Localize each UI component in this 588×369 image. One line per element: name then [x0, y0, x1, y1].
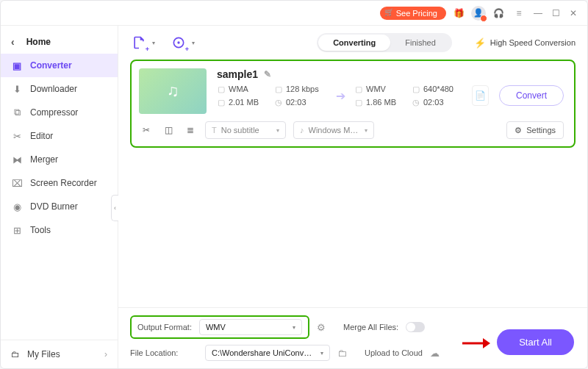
status-tabs: Converting Finished	[317, 33, 452, 52]
nav-label: Merger	[30, 154, 58, 165]
nav-label: Converter	[30, 60, 72, 71]
clock-icon: ◷	[274, 98, 283, 107]
app-window: See Pricing 🎁 👤 🎧 ≡ — ☐ ✕ Home ▣ Convert…	[0, 0, 588, 369]
output-settings-icon[interactable]: ⚙	[317, 322, 326, 333]
add-file-chevron[interactable]: ▾	[152, 40, 155, 46]
add-url-chevron[interactable]: ▾	[192, 40, 195, 46]
src-duration: 02:03	[286, 98, 306, 107]
more-icon[interactable]: ≣	[183, 123, 198, 137]
bolt-icon: ⚡	[474, 37, 486, 49]
plus-badge-icon: +	[146, 46, 149, 53]
subtitle-icon: T	[212, 126, 217, 135]
subtitle-value: No subtitle	[221, 126, 272, 135]
nav-merger[interactable]: ⧓ Merger	[1, 148, 118, 171]
file-settings-icon[interactable]: 📄	[472, 85, 489, 106]
file-location-value: C:\Wondershare UniConverter 1	[212, 348, 316, 357]
rename-icon[interactable]: ✎	[264, 69, 271, 79]
crop-icon[interactable]: ◫	[161, 123, 176, 137]
nav-label: Compressor	[30, 107, 78, 118]
chevron-right-icon: ›	[104, 349, 107, 359]
maximize-button[interactable]: ☐	[549, 8, 562, 18]
add-file-button[interactable]: +	[130, 34, 148, 51]
open-folder-icon[interactable]: 🗀	[337, 348, 347, 359]
settings-button[interactable]: ⚙ Settings	[506, 121, 564, 139]
see-pricing-button[interactable]: See Pricing	[380, 7, 446, 20]
chevron-down-icon: ▾	[365, 127, 368, 134]
size-icon: ▢	[217, 98, 226, 107]
annotation-arrow	[461, 337, 490, 352]
nav-label: Tools	[30, 225, 51, 235]
hsc-label: High Speed Conversion	[490, 38, 576, 47]
output-format-dropdown[interactable]: WMV ▾	[199, 319, 302, 335]
file-list: ♫ sample1 ✎ ▢WMA ▢2.01 MB	[118, 60, 587, 307]
nav-editor[interactable]: ✂ Editor	[1, 124, 118, 148]
merge-toggle[interactable]	[406, 322, 425, 332]
app-body: Home ▣ Converter ⬇ Downloader ⧉ Compress…	[1, 26, 587, 368]
file-info-row: ♫ sample1 ✎ ▢WMA ▢2.01 MB	[139, 68, 564, 114]
chevron-down-icon: ▾	[276, 127, 279, 134]
nav-screen-recorder[interactable]: ⌧ Screen Recorder	[1, 171, 118, 195]
tab-converting[interactable]: Converting	[318, 35, 390, 51]
audio-track-dropdown[interactable]: ♪ Windows Med... ▾	[293, 121, 374, 139]
file-location-dropdown[interactable]: C:\Wondershare UniConverter 1 ▾	[205, 345, 330, 361]
nav-converter[interactable]: ▣ Converter	[1, 54, 118, 77]
file-name: sample1	[217, 68, 258, 80]
output-format-box: Output Format: WMV ▾	[130, 315, 309, 339]
subtitle-dropdown[interactable]: T No subtitle ▾	[205, 121, 286, 139]
close-button[interactable]: ✕	[567, 8, 580, 18]
file-plus-icon	[132, 35, 146, 50]
chevron-down-icon: ▾	[320, 350, 323, 357]
tab-finished[interactable]: Finished	[390, 35, 451, 51]
titlebar: See Pricing 🎁 👤 🎧 ≡ — ☐ ✕	[1, 1, 587, 26]
footer: Output Format: WMV ▾ ⚙ Merge All Files: …	[118, 307, 587, 368]
sidebar-collapse-toggle[interactable]: ‹	[111, 195, 118, 221]
cloud-icon[interactable]: ☁	[430, 348, 440, 359]
dst-resolution: 640*480	[423, 85, 453, 93]
file-thumbnail[interactable]: ♫	[139, 68, 207, 114]
format-icon: ▢	[354, 85, 363, 93]
downloader-icon: ⬇	[11, 83, 23, 95]
nav-compressor[interactable]: ⧉ Compressor	[1, 101, 118, 124]
gift-icon[interactable]: 🎁	[451, 5, 467, 21]
trim-icon[interactable]: ✂	[139, 123, 154, 137]
file-card: ♫ sample1 ✎ ▢WMA ▢2.01 MB	[130, 60, 576, 148]
file-tools-row: ✂ ◫ ≣ T No subtitle ▾ ♪ Windows Med... ▾	[139, 121, 564, 139]
nav-label: Editor	[30, 131, 53, 141]
convert-button[interactable]: Convert	[499, 85, 564, 106]
output-format-label: Output Format:	[137, 323, 192, 332]
disc-plus-icon	[171, 35, 186, 50]
nav-dvd-burner[interactable]: ◉ DVD Burner	[1, 195, 118, 218]
my-files-button[interactable]: 🗀 My Files ›	[1, 340, 118, 368]
editor-icon: ✂	[11, 130, 23, 142]
dst-size: 1.86 MB	[366, 98, 396, 107]
format-icon: ▢	[217, 85, 226, 93]
src-size: 2.01 MB	[229, 98, 259, 107]
folder-icon: 🗀	[11, 349, 20, 359]
gear-icon: ⚙	[514, 126, 522, 135]
my-files-label: My Files	[27, 349, 60, 359]
start-all-button[interactable]: Start All	[497, 329, 574, 355]
output-format-value: WMV	[206, 323, 226, 332]
src-format: WMA	[229, 85, 248, 93]
music-note-icon: ♫	[167, 82, 179, 101]
plus-badge-icon: +	[185, 46, 189, 53]
dst-format: WMV	[366, 85, 386, 93]
resolution-icon: ▢	[412, 85, 420, 93]
minimize-button[interactable]: —	[531, 8, 545, 18]
nav-home[interactable]: Home	[1, 30, 118, 54]
support-icon[interactable]: 🎧	[490, 5, 506, 21]
nav-downloader[interactable]: ⬇ Downloader	[1, 77, 118, 101]
converter-icon: ▣	[11, 60, 23, 71]
nav-tools[interactable]: ⊞ Tools	[1, 218, 118, 242]
high-speed-conversion-toggle[interactable]: ⚡ High Speed Conversion	[474, 37, 576, 49]
sidebar: Home ▣ Converter ⬇ Downloader ⧉ Compress…	[1, 26, 118, 368]
add-url-button[interactable]: +	[170, 34, 187, 51]
chevron-down-icon: ▾	[293, 324, 295, 331]
merge-label: Merge All Files:	[343, 323, 398, 332]
menu-icon[interactable]: ≡	[511, 5, 527, 21]
audio-icon: ♪	[300, 126, 304, 135]
compressor-icon: ⧉	[11, 107, 23, 118]
user-avatar[interactable]: 👤	[471, 6, 486, 21]
svg-point-1	[177, 41, 179, 43]
file-info: sample1 ✎ ▢WMA ▢2.01 MB ▢128 kbps	[217, 68, 564, 107]
